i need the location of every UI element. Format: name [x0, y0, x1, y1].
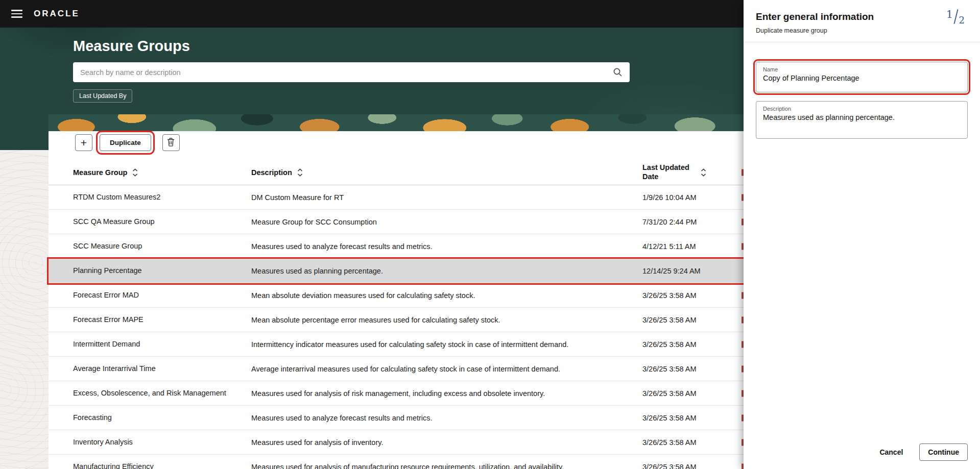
cell-measure-group: SCC Measure Group	[73, 241, 242, 251]
step-indicator: 1 2	[946, 9, 965, 25]
page-title: Measure Groups	[73, 38, 190, 55]
column-header-last-updated-date: Last Updated Date	[642, 163, 696, 181]
duplicate-button[interactable]: Duplicate	[100, 134, 151, 151]
cell-description: Measures used to analyze forecast result…	[251, 414, 629, 422]
table-body: RTDM Custom Measures2 DM Custom Measure …	[49, 185, 744, 469]
table-row[interactable]: Excess, Obsolescence, and Risk Managemen…	[49, 381, 744, 406]
step-divider	[954, 9, 958, 24]
table-row[interactable]: Forecast Error MAD Mean absolute deviati…	[49, 283, 744, 308]
cell-description: Measures used for analysis of inventory.	[251, 438, 629, 447]
step-current: 1	[946, 9, 953, 20]
left-gutter-pattern	[0, 150, 49, 469]
cell-last-updated: 3/26/25 3:58 AM	[642, 340, 734, 349]
panel-fields: Name Copy of Planning Percentage Descrip…	[744, 42, 980, 139]
search-input[interactable]	[73, 68, 613, 77]
plus-icon: +	[81, 137, 87, 148]
cell-measure-group: Forecast Error MAPE	[73, 315, 242, 324]
cell-measure-group: Manufacturing Efficiency	[73, 462, 242, 469]
cell-description: Measures used to analyze forecast result…	[251, 242, 629, 251]
table-row[interactable]: RTDM Custom Measures2 DM Custom Measure …	[49, 185, 744, 210]
delete-button[interactable]	[162, 134, 180, 151]
table-row-selected[interactable]: Planning Percentage Measures used as pla…	[49, 259, 744, 283]
table-row[interactable]: Forecast Error MAPE Mean absolute percen…	[49, 308, 744, 332]
name-field-value: Copy of Planning Percentage	[763, 74, 961, 82]
name-field[interactable]: Name Copy of Planning Percentage	[756, 62, 968, 92]
cell-last-updated: 3/26/25 3:58 AM	[642, 291, 734, 300]
table-row[interactable]: Manufacturing Efficiency Measures used f…	[49, 455, 744, 469]
column-header-measure-group: Measure Group	[73, 168, 127, 177]
left-gutter-teal	[0, 114, 49, 150]
step-total: 2	[959, 16, 965, 25]
cell-description: Average interarrival measures used for c…	[251, 365, 629, 373]
table-row[interactable]: Average Interarrival Time Average intera…	[49, 357, 744, 381]
sort-icon-description[interactable]	[297, 168, 303, 177]
table-header: Measure Group Description Last Updated D…	[49, 160, 744, 185]
cell-measure-group: RTDM Custom Measures2	[73, 192, 242, 202]
cell-measure-group: SCC QA Measure Group	[73, 217, 242, 226]
search-icon[interactable]	[613, 67, 623, 77]
continue-button[interactable]: Continue	[919, 443, 968, 461]
sort-icon-measure-group[interactable]	[132, 168, 138, 177]
table-row[interactable]: Forecasting Measures used to analyze for…	[49, 406, 744, 430]
cell-last-updated: 3/26/25 3:58 AM	[642, 438, 734, 447]
cell-measure-group: Inventory Analysis	[73, 437, 242, 447]
cell-last-updated: 4/12/21 5:11 AM	[642, 242, 734, 251]
hero-banner: Measure Groups Last Updated By	[0, 28, 744, 114]
trash-icon	[167, 138, 175, 148]
cell-last-updated: 3/26/25 3:58 AM	[642, 414, 734, 422]
panel-footer: Cancel Continue	[878, 443, 968, 461]
cell-last-updated: 12/14/25 9:24 AM	[642, 267, 734, 275]
panel-header: Enter general information Duplicate meas…	[744, 0, 980, 42]
cell-description: Mean absolute deviation measures used fo…	[251, 291, 629, 300]
cell-measure-group: Planning Percentage	[73, 266, 242, 275]
cell-last-updated: 3/26/25 3:58 AM	[642, 389, 734, 398]
description-field[interactable]: Description Measures used as planning pe…	[756, 101, 968, 139]
cell-last-updated: 7/31/20 2:44 PM	[642, 218, 734, 226]
cell-description: Measures used for analysis of risk manag…	[251, 389, 629, 398]
cell-description: Intermittency indicator measures used fo…	[251, 340, 629, 349]
cell-measure-group: Average Interarrival Time	[73, 364, 242, 373]
cell-measure-group: Intermittent Demand	[73, 339, 242, 349]
description-field-label: Description	[763, 106, 961, 112]
oracle-logo[interactable]: ORACLE	[34, 9, 80, 19]
cell-measure-group: Excess, Obsolescence, and Risk Managemen…	[73, 388, 242, 398]
table-row[interactable]: Intermittent Demand Intermittency indica…	[49, 332, 744, 357]
table-toolbar: + Duplicate	[75, 134, 744, 151]
app-header: ORACLE	[0, 0, 744, 28]
table-row[interactable]: SCC Measure Group Measures used to analy…	[49, 234, 744, 259]
panel-subtitle: Duplicate measure group	[756, 27, 968, 34]
cancel-button[interactable]: Cancel	[878, 446, 904, 458]
add-button[interactable]: +	[75, 134, 92, 151]
cell-measure-group: Forecasting	[73, 413, 242, 422]
cell-last-updated: 3/26/25 3:58 AM	[642, 316, 734, 324]
cell-last-updated: 3/26/25 3:58 AM	[642, 463, 734, 469]
cell-measure-group: Forecast Error MAD	[73, 290, 242, 300]
cell-last-updated: 3/26/25 3:58 AM	[642, 365, 734, 373]
column-header-description: Description	[251, 168, 292, 177]
duplicate-measure-group-panel: Enter general information Duplicate meas…	[744, 0, 980, 469]
menu-icon[interactable]	[11, 10, 22, 18]
table-row[interactable]: Inventory Analysis Measures used for ana…	[49, 430, 744, 455]
cell-description: Measures used for analysis of manufactur…	[251, 463, 629, 469]
decorative-banner	[49, 114, 744, 131]
name-field-label: Name	[763, 66, 961, 72]
filter-chip-last-updated-by[interactable]: Last Updated By	[73, 89, 132, 103]
panel-title: Enter general information	[756, 11, 968, 22]
cell-last-updated: 1/9/26 10:04 AM	[642, 193, 734, 202]
search-bar	[73, 62, 630, 82]
cell-description: Measure Group for SCC Consumption	[251, 218, 629, 226]
measure-groups-card: + Duplicate Measure Group Description La…	[49, 131, 744, 469]
description-field-value: Measures used as planning percentage.	[763, 113, 961, 121]
cell-description: Mean absolute percentage error measures …	[251, 316, 629, 324]
cell-description: Measures used as planning percentage.	[251, 267, 629, 275]
cell-description: DM Custom Measure for RT	[251, 193, 629, 202]
sort-icon-last-updated-date[interactable]	[701, 168, 706, 177]
table-row[interactable]: SCC QA Measure Group Measure Group for S…	[49, 210, 744, 234]
